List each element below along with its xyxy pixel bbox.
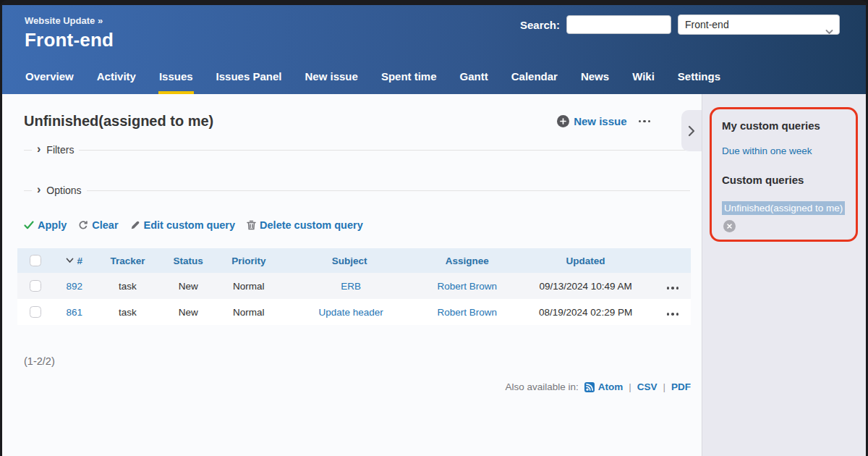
search-area: Search: Front-end — [520, 14, 840, 35]
collapse-sidebar-button[interactable] — [681, 110, 702, 151]
trash-icon — [247, 220, 256, 230]
query-title: Unfinished(assigned to me) — [24, 113, 557, 130]
my-custom-queries-title: My custom queries — [722, 119, 847, 132]
main-nav: Overview Activity Issues Issues Panel Ne… — [25, 70, 721, 94]
issue-id-link[interactable]: 861 — [66, 307, 82, 318]
tab-calendar[interactable]: Calendar — [511, 70, 558, 94]
filters-section: › Filters — [24, 144, 690, 172]
updated-cell: 08/19/2024 02:29 PM — [516, 299, 654, 325]
assignee-link[interactable]: Robert Brown — [437, 281, 497, 292]
sidebar-query-due-within-one-week[interactable]: Due within one week — [722, 145, 847, 156]
project-header: Website Update » Front-end Search: Front… — [2, 5, 866, 94]
issue-id-link[interactable]: 892 — [66, 281, 82, 292]
sidebar-query-unfinished-selected[interactable]: Unfinished(assigned to me) — [722, 201, 845, 215]
content: Unfinished(assigned to me) New issue — [2, 94, 702, 456]
pagination-info: (1-2/2) — [24, 355, 692, 367]
search-input[interactable] — [566, 15, 671, 34]
dismiss-selection-button[interactable] — [723, 220, 736, 232]
new-issue-label: New issue — [574, 115, 626, 127]
options-label: Options — [46, 185, 81, 196]
chevron-down-icon — [825, 22, 833, 41]
tab-issues[interactable]: Issues — [158, 70, 194, 94]
options-toggle[interactable]: › Options — [32, 185, 87, 196]
pdf-link[interactable]: PDF — [671, 381, 691, 392]
tab-settings[interactable]: Settings — [677, 70, 721, 94]
tab-wiki[interactable]: Wiki — [631, 70, 655, 94]
tab-new-issue[interactable]: New issue — [305, 70, 359, 94]
close-x-icon — [727, 224, 732, 229]
row-menu-icon[interactable] — [665, 311, 681, 317]
column-header-tracker[interactable]: Tracker — [95, 248, 161, 273]
issue-row: 892 task New Normal ERB Robert Brown 09/… — [17, 273, 691, 299]
check-icon — [24, 221, 34, 229]
project-selector[interactable]: Front-end — [678, 14, 840, 35]
issue-row: 861 task New Normal Update header Robert… — [17, 299, 691, 325]
tab-overview[interactable]: Overview — [25, 70, 75, 94]
new-issue-button[interactable]: New issue — [557, 115, 626, 127]
row-checkbox[interactable] — [30, 280, 41, 292]
column-header-id[interactable]: # — [54, 248, 95, 273]
apply-button[interactable]: Apply — [24, 219, 67, 231]
filters-toggle[interactable]: › Filters — [32, 144, 79, 156]
filters-label: Filters — [46, 144, 74, 156]
project-selector-value: Front-end — [685, 19, 729, 30]
priority-cell: Normal — [216, 299, 281, 325]
sort-chevron-icon — [66, 258, 74, 263]
select-all-checkbox[interactable] — [30, 255, 41, 266]
subject-link[interactable]: ERB — [341, 281, 361, 292]
sidebar: My custom queries Due within one week Cu… — [702, 94, 866, 456]
clear-button[interactable]: Clear — [78, 219, 118, 231]
issues-table: # Tracker Status Priority Subject Assign… — [17, 248, 691, 325]
tracker-cell: task — [95, 299, 161, 325]
tab-issues-panel[interactable]: Issues Panel — [216, 70, 283, 94]
chevron-right-icon: › — [37, 143, 41, 155]
query-actions: Apply Clear Edit custom query Delete cus… — [24, 219, 692, 231]
tab-spent-time[interactable]: Spent time — [380, 70, 438, 94]
app: Website Update » Front-end Search: Front… — [2, 5, 866, 456]
plus-circle-icon — [557, 115, 569, 127]
priority-cell: Normal — [216, 273, 281, 299]
delete-custom-query-button[interactable]: Delete custom query — [247, 219, 363, 231]
edit-custom-query-button[interactable]: Edit custom query — [130, 219, 236, 231]
tracker-cell: task — [95, 273, 161, 299]
row-menu-icon[interactable] — [665, 285, 681, 291]
rss-icon — [584, 382, 595, 392]
pencil-icon — [130, 220, 140, 230]
annotation-highlight-box: My custom queries Due within one week Cu… — [710, 107, 858, 242]
options-section: › Options — [24, 185, 690, 196]
window-frame: Website Update » Front-end Search: Front… — [0, 0, 868, 456]
tab-news[interactable]: News — [580, 70, 610, 94]
main-area: Unfinished(assigned to me) New issue — [2, 94, 866, 456]
more-actions-icon[interactable] — [637, 119, 652, 124]
csv-link[interactable]: CSV — [637, 381, 658, 392]
chevron-right-icon: › — [37, 184, 41, 195]
assignee-link[interactable]: Robert Brown — [437, 307, 497, 318]
status-cell: New — [161, 299, 216, 325]
atom-link[interactable]: Atom — [598, 381, 624, 392]
refresh-icon — [78, 220, 88, 230]
table-header-row: # Tracker Status Priority Subject Assign… — [17, 248, 691, 273]
breadcrumb[interactable]: Website Update » — [25, 15, 103, 26]
chevron-right-icon — [688, 125, 695, 137]
page-title-project: Front-end — [25, 29, 114, 51]
tab-gantt[interactable]: Gantt — [459, 70, 489, 94]
column-header-status[interactable]: Status — [161, 248, 216, 273]
custom-queries-title: Custom queries — [722, 174, 847, 186]
column-header-subject[interactable]: Subject — [281, 248, 417, 273]
search-label: Search: — [520, 19, 560, 31]
content-head: Unfinished(assigned to me) New issue — [24, 113, 692, 130]
other-formats: Also available in: Atom | CSV | PDF — [17, 381, 691, 392]
updated-cell: 09/13/2024 10:49 AM — [516, 273, 654, 299]
contextual-actions: New issue — [557, 115, 652, 127]
tab-activity[interactable]: Activity — [96, 70, 137, 94]
row-checkbox[interactable] — [30, 306, 41, 318]
column-header-priority[interactable]: Priority — [216, 248, 281, 273]
status-cell: New — [161, 273, 216, 299]
column-header-updated[interactable]: Updated — [516, 248, 654, 273]
also-available-label: Also available in: — [505, 381, 578, 392]
column-header-assignee[interactable]: Assignee — [417, 248, 517, 273]
subject-link[interactable]: Update header — [318, 307, 383, 318]
